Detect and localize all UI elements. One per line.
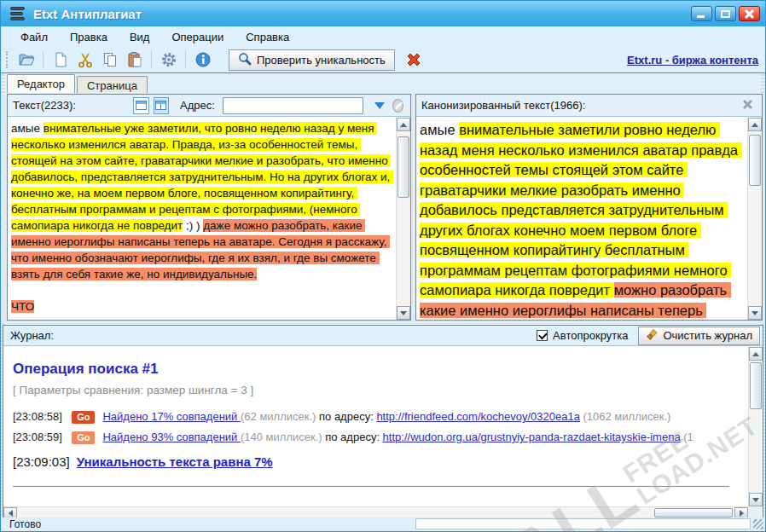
source-text-scrollbar[interactable] xyxy=(396,118,410,320)
journal-content: Операция поиска #1 [ Параметры сравнения… xyxy=(3,347,748,506)
journal-divider xyxy=(13,486,729,487)
canonical-text-label: Канонизированный текст(1966): xyxy=(421,99,585,112)
title-bar: Etxt Антиплагиат xyxy=(1,1,765,26)
settings-icon[interactable] xyxy=(158,49,179,71)
matches-found-link[interactable]: Найдено 17% совпадений xyxy=(102,410,241,423)
open-folder-icon[interactable] xyxy=(15,49,37,71)
minimize-button[interactable] xyxy=(691,6,712,21)
clear-journal-button[interactable]: Очистить журнал xyxy=(638,327,760,345)
info-icon[interactable] xyxy=(192,49,213,71)
split-view-icon[interactable] xyxy=(154,97,170,114)
status-bar: Готово xyxy=(1,518,765,531)
canonical-text-content[interactable]: амые внимательные заметили ровно неделю … xyxy=(416,118,747,320)
scrollbar-thumb[interactable] xyxy=(654,508,733,518)
url-duration: (1 xyxy=(681,431,693,443)
match-url-link[interactable]: http://wudon.org.ua/grustnyiy-panda-razd… xyxy=(383,431,681,443)
autoscroll-label: Автопрокрутка xyxy=(553,329,628,342)
cut-icon[interactable] xyxy=(74,49,96,71)
panel-close-icon[interactable] xyxy=(742,99,753,113)
scroll-up-icon[interactable] xyxy=(397,118,410,131)
text-segment: ЧТО xyxy=(11,300,34,313)
scroll-down-icon[interactable] xyxy=(748,306,762,320)
journal-label: Журнал: xyxy=(10,329,54,342)
address-label: Адрес: xyxy=(180,99,215,112)
search-icon xyxy=(238,52,252,68)
source-text-label: Текст(2233): xyxy=(13,99,76,112)
address-prefix: по адресу: xyxy=(322,431,383,443)
entry-timestamp: [23:08:59] xyxy=(13,431,65,443)
stop-icon[interactable] xyxy=(403,49,425,71)
journal-horizontal-scrollbar[interactable] xyxy=(3,506,748,518)
tab-editor[interactable]: Редактор xyxy=(7,74,75,93)
search-duration: (140 миллисек.) xyxy=(241,431,322,443)
progress-box xyxy=(415,518,751,529)
entry-timestamp: [23:08:58] xyxy=(13,410,65,423)
journal-vertical-scrollbar[interactable] xyxy=(748,347,763,506)
autoscroll-checkbox[interactable] xyxy=(537,330,548,341)
uniqueness-result-link[interactable]: Уникальность текста равна 7% xyxy=(77,454,273,469)
canonical-text-scrollbar[interactable] xyxy=(747,118,762,320)
scrollbar-thumb[interactable] xyxy=(398,136,409,198)
journal-entry: [23:08:58] GoНайдено 17% совпадений (62 … xyxy=(13,407,748,427)
scroll-down-icon[interactable] xyxy=(397,306,410,320)
maximize-button[interactable] xyxy=(715,6,736,21)
app-logo-icon xyxy=(9,5,26,22)
journal-header: Журнал: Автопрокрутка Очистить журнал xyxy=(3,326,763,346)
text-segment: амые xyxy=(11,122,44,135)
scroll-up-icon[interactable] xyxy=(749,347,763,361)
check-uniqueness-button[interactable]: Проверить уникальность xyxy=(229,49,395,71)
tab-page[interactable]: Страница xyxy=(77,76,148,93)
result-timestamp: [23:09:03] xyxy=(13,454,70,469)
close-button[interactable] xyxy=(739,6,760,21)
menu-item-Справка[interactable]: Справка xyxy=(235,28,300,46)
text-segment: внимательные заметили ровно неделю назад… xyxy=(420,122,742,298)
match-url-link[interactable]: http://friendfeed.com/kochevoy/0320ea1a xyxy=(376,410,580,423)
new-document-icon[interactable] xyxy=(49,49,71,71)
broom-icon xyxy=(646,328,659,344)
text-segment: ;) ) xyxy=(183,219,203,232)
matches-found-link[interactable]: Найдено 93% совпадений xyxy=(102,431,241,443)
journal-panel: Журнал: Автопрокрутка Очистить журнал Оп… xyxy=(3,325,763,519)
scroll-up-icon[interactable] xyxy=(748,118,762,131)
single-view-icon[interactable] xyxy=(133,97,149,114)
window-title: Etxt Антиплагиат xyxy=(33,7,142,21)
canonical-text-header: Канонизированный текст(1966): xyxy=(416,95,762,117)
menu-item-Операции[interactable]: Операции xyxy=(160,28,235,46)
scroll-down-icon[interactable] xyxy=(749,493,763,506)
menu-item-Вид[interactable]: Вид xyxy=(119,28,161,46)
autoscroll-option[interactable]: Автопрокрутка xyxy=(537,329,628,342)
journal-entry: [23:08:59] GoНайдено 93% совпадений (140… xyxy=(13,427,748,448)
check-uniqueness-label: Проверить уникальность xyxy=(257,54,386,66)
operation-params: [ Параметры сравнения: размер шингла = 3… xyxy=(13,384,748,396)
source-text-header: Текст(2233): Адрес: xyxy=(8,95,410,117)
resize-grip[interactable] xyxy=(753,519,763,529)
operation-title: Операция поиска #1 xyxy=(13,361,748,378)
go-button[interactable]: Go xyxy=(72,431,95,444)
address-prefix: по адресу: xyxy=(316,410,376,423)
url-duration: (1062 миллисек.) xyxy=(580,410,670,423)
source-text-panel: Текст(2233): Адрес: амые внимательные уж… xyxy=(7,94,411,321)
etxt-site-link[interactable]: Etxt.ru - биржа контента xyxy=(627,54,758,66)
clear-journal-label: Очистить журнал xyxy=(663,329,752,342)
address-clear-icon[interactable] xyxy=(392,99,403,113)
source-text-content[interactable]: амые внимательные уже заметили, что ровн… xyxy=(8,118,396,320)
text-segment: внимательные уже заметили, что ровно нед… xyxy=(11,122,393,232)
menu-item-Правка[interactable]: Правка xyxy=(59,28,119,46)
status-text: Готово xyxy=(9,518,41,530)
scrollbar-corner xyxy=(748,506,763,518)
copy-icon[interactable] xyxy=(99,49,120,71)
scrollbar-thumb[interactable] xyxy=(750,362,762,409)
menu-bar: ФайлПравкаВидОперацииСправка xyxy=(1,26,765,47)
menu-item-Файл[interactable]: Файл xyxy=(9,28,59,46)
tab-strip: Редактор Страница xyxy=(7,74,759,93)
toolbar-grip[interactable] xyxy=(6,51,9,68)
text-segment: амые xyxy=(420,122,459,137)
paste-icon[interactable] xyxy=(124,49,145,71)
search-duration: (62 миллисек.) xyxy=(241,410,316,423)
scrollbar-thumb[interactable] xyxy=(749,135,761,186)
address-dropdown-icon[interactable] xyxy=(374,102,385,109)
address-input[interactable] xyxy=(223,97,363,114)
toolbar: Проверить уникальность Etxt.ru - биржа к… xyxy=(1,47,765,73)
go-button[interactable]: Go xyxy=(72,411,95,424)
journal-result-row: [23:09:03]Уникальность текста равна 7% xyxy=(13,452,748,472)
